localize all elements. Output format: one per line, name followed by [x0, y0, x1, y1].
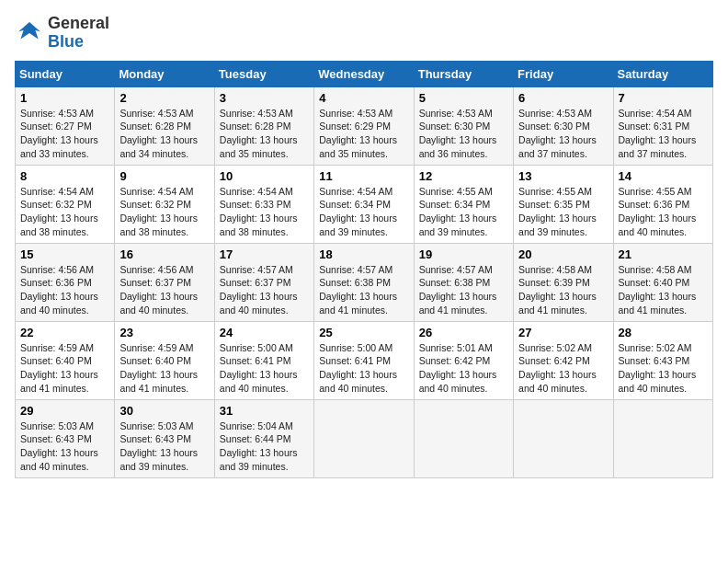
day-number: 7 [619, 91, 708, 105]
day-info: Sunrise: 4:55 AM Sunset: 6:35 PM Dayligh… [518, 185, 608, 239]
day-info: Sunrise: 4:57 AM Sunset: 6:38 PM Dayligh… [319, 263, 408, 317]
day-info: Sunrise: 4:53 AM Sunset: 6:30 PM Dayligh… [419, 107, 508, 161]
day-number: 21 [619, 247, 708, 261]
day-number: 5 [419, 91, 508, 105]
calendar-cell: 14Sunrise: 4:55 AM Sunset: 6:36 PM Dayli… [613, 165, 712, 243]
weekday-header-friday: Friday [514, 61, 613, 86]
calendar-cell: 2Sunrise: 4:53 AM Sunset: 6:28 PM Daylig… [115, 86, 214, 165]
calendar-cell: 25Sunrise: 5:00 AM Sunset: 6:41 PM Dayli… [314, 321, 414, 399]
day-number: 26 [419, 326, 508, 339]
day-number: 31 [220, 404, 309, 418]
calendar-week-4: 22Sunrise: 4:59 AM Sunset: 6:40 PM Dayli… [16, 321, 713, 399]
day-number: 24 [220, 326, 309, 339]
day-number: 1 [20, 91, 109, 105]
calendar-week-2: 8Sunrise: 4:54 AM Sunset: 6:32 PM Daylig… [16, 165, 713, 243]
calendar-cell: 31Sunrise: 5:04 AM Sunset: 6:44 PM Dayli… [214, 399, 313, 477]
weekday-header-monday: Monday [115, 61, 214, 86]
day-info: Sunrise: 4:54 AM Sunset: 6:32 PM Dayligh… [119, 185, 209, 239]
calendar-cell: 30Sunrise: 5:03 AM Sunset: 6:43 PM Dayli… [115, 399, 214, 477]
weekday-header-saturday: Saturday [613, 61, 712, 86]
calendar-cell: 6Sunrise: 4:53 AM Sunset: 6:30 PM Daylig… [514, 86, 613, 165]
day-number: 30 [119, 404, 209, 418]
day-info: Sunrise: 4:59 AM Sunset: 6:40 PM Dayligh… [119, 341, 209, 396]
calendar-cell: 18Sunrise: 4:57 AM Sunset: 6:38 PM Dayli… [314, 243, 414, 321]
day-info: Sunrise: 4:53 AM Sunset: 6:27 PM Dayligh… [20, 107, 109, 161]
day-info: Sunrise: 4:54 AM Sunset: 6:34 PM Dayligh… [319, 185, 408, 239]
calendar-cell: 13Sunrise: 4:55 AM Sunset: 6:35 PM Dayli… [514, 165, 613, 243]
calendar-cell: 26Sunrise: 5:01 AM Sunset: 6:42 PM Dayli… [414, 321, 513, 399]
day-info: Sunrise: 4:56 AM Sunset: 6:36 PM Dayligh… [20, 263, 109, 317]
day-number: 6 [518, 91, 608, 105]
calendar-cell: 1Sunrise: 4:53 AM Sunset: 6:27 PM Daylig… [16, 86, 115, 165]
day-info: Sunrise: 4:56 AM Sunset: 6:37 PM Dayligh… [119, 263, 209, 317]
calendar-cell: 10Sunrise: 4:54 AM Sunset: 6:33 PM Dayli… [214, 165, 313, 243]
day-number: 9 [119, 169, 209, 183]
calendar-cell: 8Sunrise: 4:54 AM Sunset: 6:32 PM Daylig… [16, 165, 115, 243]
day-info: Sunrise: 5:02 AM Sunset: 6:43 PM Dayligh… [619, 341, 708, 396]
day-number: 10 [220, 169, 309, 183]
calendar-cell: 29Sunrise: 5:03 AM Sunset: 6:43 PM Dayli… [16, 399, 115, 477]
day-info: Sunrise: 4:54 AM Sunset: 6:31 PM Dayligh… [619, 107, 708, 161]
calendar-cell: 28Sunrise: 5:02 AM Sunset: 6:43 PM Dayli… [613, 321, 712, 399]
calendar-cell: 24Sunrise: 5:00 AM Sunset: 6:41 PM Dayli… [214, 321, 313, 399]
calendar-cell: 21Sunrise: 4:58 AM Sunset: 6:40 PM Dayli… [613, 243, 712, 321]
day-number: 13 [518, 169, 608, 183]
calendar-cell [314, 399, 414, 477]
day-number: 20 [518, 247, 608, 261]
day-info: Sunrise: 4:53 AM Sunset: 6:28 PM Dayligh… [220, 107, 309, 161]
day-number: 19 [419, 247, 508, 261]
logo: GeneralBlue [15, 15, 109, 52]
calendar-cell: 7Sunrise: 4:54 AM Sunset: 6:31 PM Daylig… [613, 86, 712, 165]
day-info: Sunrise: 4:55 AM Sunset: 6:36 PM Dayligh… [619, 185, 708, 239]
calendar-cell: 20Sunrise: 4:58 AM Sunset: 6:39 PM Dayli… [514, 243, 613, 321]
day-info: Sunrise: 5:02 AM Sunset: 6:42 PM Dayligh… [518, 341, 608, 396]
day-number: 28 [619, 326, 708, 339]
day-number: 15 [20, 247, 109, 261]
weekday-header-sunday: Sunday [16, 61, 115, 86]
day-number: 16 [119, 247, 209, 261]
day-number: 29 [20, 404, 109, 418]
calendar-body: 1Sunrise: 4:53 AM Sunset: 6:27 PM Daylig… [16, 86, 713, 477]
day-info: Sunrise: 4:54 AM Sunset: 6:33 PM Dayligh… [220, 185, 309, 239]
weekday-header-tuesday: Tuesday [214, 61, 313, 86]
calendar-week-1: 1Sunrise: 4:53 AM Sunset: 6:27 PM Daylig… [16, 86, 713, 165]
day-info: Sunrise: 4:53 AM Sunset: 6:29 PM Dayligh… [319, 107, 408, 161]
day-info: Sunrise: 4:59 AM Sunset: 6:40 PM Dayligh… [20, 341, 109, 396]
calendar-cell: 16Sunrise: 4:56 AM Sunset: 6:37 PM Dayli… [115, 243, 214, 321]
day-info: Sunrise: 4:58 AM Sunset: 6:39 PM Dayligh… [518, 263, 608, 317]
day-info: Sunrise: 4:53 AM Sunset: 6:30 PM Dayligh… [518, 107, 608, 161]
day-number: 22 [20, 326, 109, 339]
day-info: Sunrise: 4:53 AM Sunset: 6:28 PM Dayligh… [119, 107, 209, 161]
day-number: 4 [319, 91, 408, 105]
weekday-header-thursday: Thursday [414, 61, 513, 86]
calendar-cell [414, 399, 513, 477]
day-number: 27 [518, 326, 608, 339]
calendar-cell: 3Sunrise: 4:53 AM Sunset: 6:28 PM Daylig… [214, 86, 313, 165]
calendar-cell: 12Sunrise: 4:55 AM Sunset: 6:34 PM Dayli… [414, 165, 513, 243]
day-info: Sunrise: 5:03 AM Sunset: 6:43 PM Dayligh… [119, 419, 209, 474]
day-info: Sunrise: 5:03 AM Sunset: 6:43 PM Dayligh… [20, 419, 109, 474]
calendar-cell: 5Sunrise: 4:53 AM Sunset: 6:30 PM Daylig… [414, 86, 513, 165]
day-info: Sunrise: 4:57 AM Sunset: 6:38 PM Dayligh… [419, 263, 508, 317]
day-number: 12 [419, 169, 508, 183]
day-number: 11 [319, 169, 408, 183]
svg-marker-0 [18, 22, 40, 39]
day-number: 25 [319, 326, 408, 339]
day-info: Sunrise: 4:55 AM Sunset: 6:34 PM Dayligh… [419, 185, 508, 239]
day-number: 17 [220, 247, 309, 261]
calendar-header-row: SundayMondayTuesdayWednesdayThursdayFrid… [16, 61, 713, 86]
calendar-week-5: 29Sunrise: 5:03 AM Sunset: 6:43 PM Dayli… [16, 399, 713, 477]
day-info: Sunrise: 5:00 AM Sunset: 6:41 PM Dayligh… [319, 341, 408, 396]
calendar-cell: 19Sunrise: 4:57 AM Sunset: 6:38 PM Dayli… [414, 243, 513, 321]
calendar-cell: 15Sunrise: 4:56 AM Sunset: 6:36 PM Dayli… [16, 243, 115, 321]
calendar-cell: 23Sunrise: 4:59 AM Sunset: 6:40 PM Dayli… [115, 321, 214, 399]
calendar-cell [514, 399, 613, 477]
calendar-cell: 4Sunrise: 4:53 AM Sunset: 6:29 PM Daylig… [314, 86, 414, 165]
logo-icon [15, 18, 44, 48]
page-header: GeneralBlue [15, 15, 713, 52]
day-info: Sunrise: 5:00 AM Sunset: 6:41 PM Dayligh… [220, 341, 309, 396]
day-number: 18 [319, 247, 408, 261]
calendar-cell [613, 399, 712, 477]
calendar-cell: 27Sunrise: 5:02 AM Sunset: 6:42 PM Dayli… [514, 321, 613, 399]
logo-text: GeneralBlue [48, 15, 109, 52]
